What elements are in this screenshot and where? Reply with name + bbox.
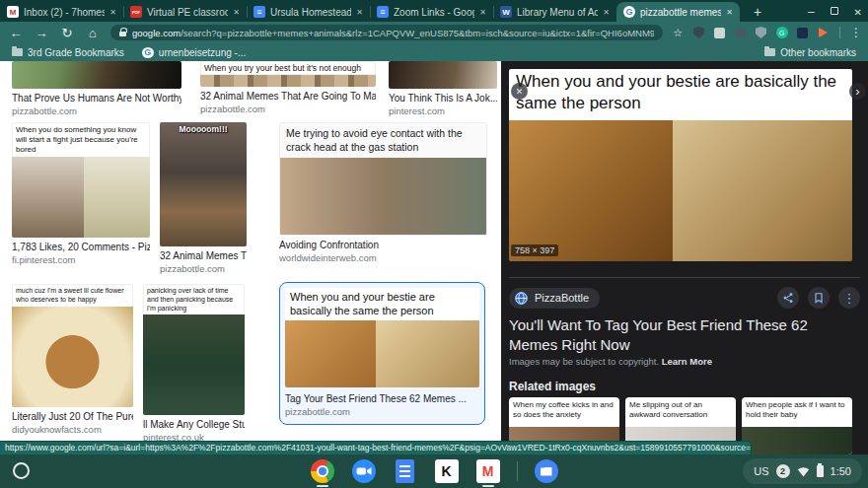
image-result[interactable]: When you try your best but it's not enou… bbox=[200, 61, 376, 114]
result-title[interactable]: 32 Animal Memes That Are Going To Make .… bbox=[200, 91, 376, 102]
related-image[interactable]: When people ask if I want to hold their … bbox=[742, 397, 852, 454]
tab-ursula-homestead[interactable]: Ursula Homestead - Wo bbox=[247, 2, 370, 22]
chrome-app-icon[interactable] bbox=[310, 458, 335, 484]
more-options-button[interactable] bbox=[838, 287, 860, 309]
image-result[interactable]: much cuz I'm a sweet lil cute flower who… bbox=[12, 284, 133, 435]
preview-meme-text: When you and your bestie are basically t… bbox=[509, 69, 852, 120]
result-thumbnail[interactable]: When you try your best but it's not enou… bbox=[200, 61, 376, 87]
extension-circle-icon[interactable] bbox=[734, 27, 747, 39]
extension-grammarly-icon[interactable] bbox=[775, 27, 788, 39]
shelf-apps bbox=[0, 454, 868, 488]
image-result[interactable]: Mooooom!!! 32 Animal Memes That Are ... … bbox=[160, 122, 247, 274]
image-result[interactable]: That Prove Us Humans Are Not Worthy ... … bbox=[12, 61, 181, 116]
window-close-button[interactable] bbox=[854, 2, 862, 20]
result-title[interactable]: 32 Animal Memes That Are ... bbox=[160, 250, 247, 261]
docs-app-icon[interactable] bbox=[393, 458, 418, 484]
next-image-button[interactable] bbox=[849, 83, 866, 100]
result-thumbnail[interactable]: Me trying to avoid eye contact with the … bbox=[279, 122, 487, 236]
tab-close-icon[interactable] bbox=[479, 8, 486, 17]
close-preview-button[interactable] bbox=[511, 83, 528, 100]
tab-virtual-pe[interactable]: Virtual PE classroom (3 bbox=[123, 2, 247, 22]
result-thumbnail[interactable]: Mooooom!!! bbox=[160, 122, 247, 246]
home-button[interactable] bbox=[85, 27, 101, 39]
image-result[interactable]: When you do something you know will star… bbox=[12, 122, 150, 265]
tab-label: Inbox (2) - 7homesu@w bbox=[24, 7, 105, 18]
thumbnail-image bbox=[12, 157, 150, 238]
tab-library-menu[interactable]: Library Menu of Activitie bbox=[493, 2, 616, 22]
browser-menu-button[interactable] bbox=[850, 26, 860, 39]
image-result[interactable]: Me trying to avoid eye contact with the … bbox=[279, 122, 487, 263]
save-button[interactable] bbox=[808, 287, 830, 309]
reload-button[interactable] bbox=[59, 27, 75, 39]
word-favicon-icon bbox=[500, 6, 512, 18]
google-favicon-icon bbox=[623, 6, 635, 18]
forward-button[interactable] bbox=[34, 27, 49, 39]
result-title[interactable]: Literally Just 20 Of The Pure... bbox=[12, 411, 133, 422]
result-domain: didyouknowfacts.com bbox=[12, 424, 133, 435]
tab-zoom-links[interactable]: Zoom Links - Google Do bbox=[370, 2, 493, 22]
back-button[interactable] bbox=[8, 27, 24, 39]
folder-icon bbox=[12, 48, 23, 56]
result-thumbnail[interactable]: much cuz I'm a sweet lil cute flower who… bbox=[12, 284, 133, 407]
files-app-icon[interactable] bbox=[534, 458, 559, 484]
copyright-notice: Images may be subject to copyright. Lear… bbox=[509, 356, 860, 367]
tab-close-icon[interactable] bbox=[109, 8, 116, 17]
other-bookmarks-button[interactable]: Other bookmarks bbox=[764, 47, 856, 58]
restore-button[interactable] bbox=[831, 7, 838, 15]
bookmark-folder-3rd-grade[interactable]: 3rd Grade Bookmarks bbox=[12, 47, 124, 58]
meme-text: When you try your best but it's not enou… bbox=[200, 61, 376, 75]
new-tab-button[interactable] bbox=[746, 2, 769, 22]
tab-inbox[interactable]: Inbox (2) - 7homesu@w bbox=[0, 2, 123, 22]
tab-close-icon[interactable] bbox=[233, 8, 240, 17]
result-title[interactable]: That Prove Us Humans Are Not Worthy ... bbox=[12, 93, 181, 104]
image-result-selected[interactable]: When you and your bestie are basically t… bbox=[279, 282, 485, 425]
notification-count-badge: 2 bbox=[776, 464, 790, 478]
result-thumbnail[interactable]: When you and your bestie are basically t… bbox=[285, 288, 479, 387]
source-site-button[interactable]: PizzaBottle bbox=[509, 288, 600, 309]
share-button[interactable] bbox=[777, 287, 799, 309]
kami-app-icon[interactable] bbox=[434, 458, 460, 484]
bookmark-star-icon[interactable] bbox=[673, 27, 683, 39]
result-title[interactable]: Avoiding Confrontation bbox=[279, 240, 487, 250]
image-result[interactable]: You Think This Is A Jok... pinterest.com bbox=[389, 61, 497, 116]
tab-pizzabottle-memes-active[interactable]: pizzabottle memes anim bbox=[616, 2, 740, 22]
result-title[interactable]: ll Make Any College Student Say ... bbox=[143, 419, 245, 430]
tab-label: Virtual PE classroom (3 bbox=[147, 7, 228, 18]
extension-dark-icon[interactable] bbox=[796, 27, 809, 39]
panel-divider bbox=[509, 277, 860, 278]
tab-label: Library Menu of Activitie bbox=[517, 7, 598, 18]
window-controls bbox=[808, 0, 862, 22]
image-result[interactable]: panicking over lack of time and then pan… bbox=[143, 284, 245, 443]
thumbnail-image bbox=[143, 314, 245, 415]
extension-shield2-icon[interactable] bbox=[755, 27, 767, 39]
result-title[interactable]: Tag Your Best Friend These 62 Memes ... bbox=[285, 393, 479, 404]
bookmark-urnenbeisetzung[interactable]: urnenbeisetzung -... bbox=[142, 47, 246, 58]
address-bar[interactable]: google.com/search?q=pizzabottle+memes+an… bbox=[110, 25, 663, 40]
image-preview-panel: When you and your bestie are basically t… bbox=[501, 61, 868, 454]
result-thumbnail[interactable]: panicking over lack of time and then pan… bbox=[143, 284, 245, 415]
zoom-app-icon[interactable] bbox=[351, 458, 377, 484]
thumbnail-image bbox=[280, 158, 486, 235]
preview-image[interactable]: When you and your bestie are basically t… bbox=[509, 69, 852, 261]
result-title[interactable]: You Think This Is A Jok... bbox=[389, 93, 497, 104]
tab-close-icon[interactable] bbox=[603, 8, 610, 17]
gmail-app-icon[interactable] bbox=[475, 458, 501, 484]
related-thumbnail bbox=[742, 427, 852, 454]
extension-shield-icon[interactable] bbox=[692, 27, 705, 39]
extension-arrow-icon[interactable] bbox=[817, 27, 830, 39]
gmail-favicon-icon bbox=[7, 6, 19, 18]
tab-close-icon[interactable] bbox=[356, 8, 363, 17]
system-tray[interactable]: US 2 1:50 bbox=[743, 458, 862, 484]
keyboard-language: US bbox=[754, 465, 768, 477]
extension-screenshot-icon[interactable] bbox=[713, 27, 726, 39]
result-thumbnail[interactable]: When you do something you know will star… bbox=[12, 122, 150, 238]
tab-close-icon[interactable] bbox=[726, 8, 733, 17]
related-meme-text: Me slipping out of an awkward conversati… bbox=[625, 397, 736, 427]
selected-result-card[interactable]: When you and your bestie are basically t… bbox=[279, 282, 485, 425]
minimize-button[interactable] bbox=[808, 2, 815, 20]
result-page-title[interactable]: You'll Want To Tag Your Best Friend Thes… bbox=[509, 315, 858, 354]
learn-more-link[interactable]: Learn More bbox=[662, 356, 712, 367]
result-thumbnail[interactable] bbox=[389, 61, 497, 89]
result-title[interactable]: 1,783 Likes, 20 Comments - PizzaB... bbox=[12, 242, 150, 252]
result-thumbnail[interactable] bbox=[12, 61, 181, 89]
